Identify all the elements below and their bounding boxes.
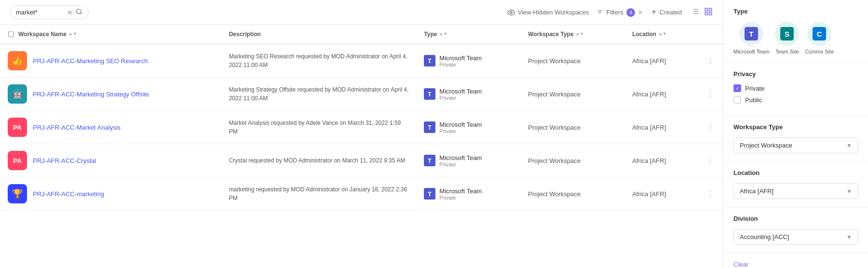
svg-text:T: T [428,191,432,198]
type-sub-label: Private [439,62,482,67]
svg-text:T: T [428,91,432,98]
col-header-description[interactable]: Description [221,25,417,44]
filters-button[interactable]: Filters 4 ✕ [597,8,642,17]
location-cell: Africa [AFR] [624,111,703,144]
search-icon[interactable] [76,8,82,16]
filter-privacy-title: Privacy [733,70,858,78]
view-hidden-workspaces-button[interactable]: View Hidden Workspaces [507,9,589,16]
type-comms-site[interactable]: C Comms Site [805,22,834,54]
public-checkbox[interactable] [733,96,741,104]
workspace-name-cell: 🤖 PRJ-AFR-ACC-Marketing Strategy Offsite [0,78,221,111]
filters-label: Filters [606,9,623,16]
list-view-button[interactable] [690,6,700,19]
svg-text:C: C [817,30,822,38]
filter-workspace-type-section: Workspace Type Project Workspace ▼ [724,116,868,161]
type-sub-label: Private [439,95,482,101]
type-cell: T Microsoft Team Private [416,44,520,78]
workspace-name-cell: PA PRJ-AFR-ACC-Crystal [0,144,221,177]
workspace-type-arrow-icon: ▼ [846,142,852,149]
svg-point-0 [77,9,81,13]
col-header-workspace-type[interactable]: Workspace Type ▲▼ [520,25,624,44]
svg-text:S: S [785,30,789,38]
workspace-name-link[interactable]: PRJ-AFR-ACC-Marketing SEO Research [33,57,148,65]
search-box[interactable]: ✕ [10,5,89,19]
workspace-type-cell: Project Workspace [520,78,624,111]
filter-type-title: Type [733,8,858,15]
table-row: 👍 PRJ-AFR-ACC-Marketing SEO Research Mar… [0,44,723,78]
location-dropdown[interactable]: Africa [AFR] ▼ [733,183,858,199]
division-arrow-icon: ▼ [846,234,852,241]
workspace-name-link[interactable]: PRJ-AFR-ACC-Market Analysis [33,124,121,131]
comms-site-label: Comms Site [805,49,834,54]
workspace-table: Workspace Name ▲▼ Description Type [0,25,723,211]
col-header-name[interactable]: Workspace Name ▲▼ [0,25,221,44]
workspace-name-cell: 👍 PRJ-AFR-ACC-Marketing SEO Research [0,44,221,78]
row-menu-button[interactable]: ⋮ [703,144,723,177]
type-microsoft-team[interactable]: T Microsoft Team [733,22,769,54]
workspace-avatar: 🏆 [8,184,27,203]
type-label: Microsoft Team [439,121,482,128]
filter-type-section: Type T Microsoft Team S [724,0,868,63]
sort-ws-type-icon: ▲▼ [575,32,584,36]
clear-filters-icon[interactable]: ✕ [638,9,643,16]
privacy-private-row[interactable]: ✓ Private [733,84,858,92]
description-cell: Crystal requested by MOD Administrator o… [221,144,417,177]
workspace-type-value: Project Workspace [740,142,792,149]
filter-privacy-section: Privacy ✓ Private Public [724,63,868,116]
grid-view-button[interactable] [703,6,714,19]
top-bar-right: View Hidden Workspaces Filters 4 ✕ Creat… [507,6,714,19]
filter-footer: Clear [724,253,868,268]
privacy-public-row[interactable]: Public [733,96,858,104]
team-site-icon: S [775,22,799,46]
col-header-type[interactable]: Type ▲▼ [416,25,520,44]
sort-button[interactable]: Created [651,9,682,16]
workspace-type-cell: Project Workspace [520,144,624,177]
row-menu-button[interactable]: ⋮ [703,44,723,78]
workspace-name-link[interactable]: PRJ-AFR-ACC-marketing [33,190,104,198]
svg-text:T: T [428,124,432,131]
type-icons-row: T Microsoft Team S Team Site [733,22,858,54]
clear-search-icon[interactable]: ✕ [67,9,73,16]
type-label: Microsoft Team [439,88,482,95]
svg-rect-17 [9,32,14,37]
location-value: Africa [AFR] [740,188,773,195]
svg-rect-15 [705,12,707,14]
workspace-name-link[interactable]: PRJ-AFR-ACC-Marketing Strategy Offsite [33,91,149,98]
workspace-avatar: 🤖 [8,84,27,104]
filter-division-title: Division [733,215,858,222]
division-dropdown[interactable]: Accounting [ACC] ▼ [733,229,858,245]
ms-teams-icon: T [424,188,435,200]
sort-name-icon: ▲▼ [68,32,77,36]
col-header-location[interactable]: Location ▲▼ [624,25,703,44]
workspace-avatar: PA [8,118,27,137]
workspace-name-link[interactable]: PRJ-AFR-ACC-Crystal [33,157,96,164]
sort-type-icon: ▲▼ [439,32,448,36]
sort-location-icon: ▲▼ [658,32,667,36]
type-team-site[interactable]: S Team Site [775,22,799,54]
row-menu-button[interactable]: ⋮ [703,177,723,211]
row-menu-button[interactable]: ⋮ [703,78,723,111]
workspace-table-container: Workspace Name ▲▼ Description Type [0,25,723,268]
description-cell: Market Analysis requested by Adele Vance… [221,111,417,144]
description-cell: marketing requested by MOD Administrator… [221,177,417,211]
workspace-type-cell: Project Workspace [520,111,624,144]
type-label: Microsoft Team [439,154,482,161]
ms-teams-icon: T [424,155,435,166]
table-row: 🤖 PRJ-AFR-ACC-Marketing Strategy Offsite… [0,78,723,111]
location-cell: Africa [AFR] [624,78,703,111]
clear-filters-button[interactable]: Clear [733,261,748,268]
row-menu-button[interactable]: ⋮ [703,111,723,144]
svg-rect-16 [709,12,712,14]
filter-panel: Type T Microsoft Team S [723,0,868,268]
microsoft-team-icon: T [739,22,763,46]
type-cell: T Microsoft Team Private [416,144,520,177]
view-hidden-label: View Hidden Workspaces [518,9,589,16]
public-label: Public [745,96,762,104]
microsoft-team-label: Microsoft Team [733,49,769,54]
workspace-type-dropdown[interactable]: Project Workspace ▼ [733,137,858,153]
svg-text:T: T [428,58,432,65]
search-input[interactable] [16,9,64,16]
view-toggle [690,6,714,19]
private-checkbox[interactable]: ✓ [733,84,741,92]
table-header-row: Workspace Name ▲▼ Description Type [0,25,723,44]
